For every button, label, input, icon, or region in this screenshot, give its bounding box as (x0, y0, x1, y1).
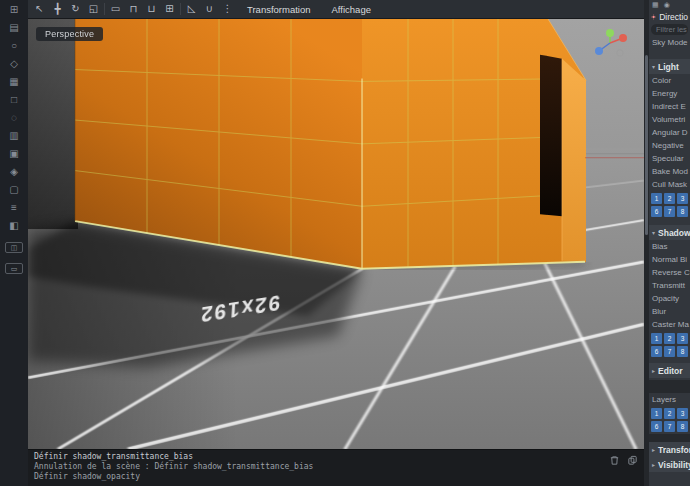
overflow-menu-icon[interactable]: ⋮ (220, 1, 235, 17)
layer-toggle[interactable]: 8 (677, 346, 688, 357)
section-header-editor[interactable]: ▸ Editor (649, 363, 690, 378)
layer-toggle[interactable]: 3 (677, 333, 688, 344)
property-label: Blur (652, 307, 666, 316)
property-label: Transmitt (652, 281, 685, 290)
section-header-visibility[interactable]: ▸ Visibility (649, 457, 690, 472)
property-row: Cull Mask (649, 178, 690, 191)
section-title: Light (658, 62, 679, 72)
node-name-label: Directio (659, 12, 688, 22)
clear-log-icon[interactable] (609, 455, 620, 466)
dock-icon[interactable]: ≡ (6, 202, 22, 214)
move-tool-icon[interactable]: ╋ (50, 1, 65, 17)
unlock-icon[interactable]: ⊔ (144, 1, 159, 17)
property-row: Energy (649, 87, 690, 100)
filter-properties-input[interactable] (656, 25, 688, 34)
inspector-top-icons: ▦ ◉ (649, 0, 690, 10)
layer-toggle[interactable]: 8 (677, 421, 688, 432)
property-row: Color (649, 74, 690, 87)
dock-icon[interactable]: ▤ (6, 22, 22, 34)
orange-building (75, 19, 586, 269)
filter-properties-bar[interactable] (651, 24, 688, 35)
dock-icon[interactable]: ▢ (6, 184, 22, 196)
dock-icon[interactable]: ◇ (6, 58, 22, 70)
property-row: Angular D (649, 126, 690, 139)
lock-icon[interactable]: ⊓ (126, 1, 141, 17)
view-axis-gizmo[interactable] (592, 27, 632, 63)
layer-toggle[interactable]: 2 (664, 193, 675, 204)
chevron-down-icon: ▾ (652, 63, 655, 70)
dock-icon[interactable]: □ (6, 94, 22, 106)
inspector-scrollbar[interactable] (644, 0, 649, 486)
perspective-menu-button[interactable]: Perspective (36, 27, 103, 41)
layout-toggle-icon[interactable]: ▭ (5, 263, 23, 274)
layer-toggle[interactable]: 7 (664, 206, 675, 217)
layout-toggle-icon[interactable]: ◫ (5, 242, 23, 253)
property-row: Volumetri (649, 113, 690, 126)
layer-toggle[interactable]: 8 (677, 206, 688, 217)
layer-toggle[interactable]: 6 (651, 421, 662, 432)
layer-toggle[interactable]: 1 (651, 193, 662, 204)
rotate-tool-icon[interactable]: ↻ (68, 1, 83, 17)
log-line: Annulation de la scène : Définir shadow_… (34, 462, 638, 472)
group-icon[interactable]: ⊞ (162, 1, 177, 17)
pin-icon[interactable]: ◉ (664, 1, 670, 10)
affichage-menu-button[interactable]: Affichage (323, 3, 380, 16)
property-row-layers: Layers (649, 393, 690, 406)
category-band (649, 434, 690, 442)
x-axis-handle[interactable] (619, 34, 627, 42)
property-label: Bake Mod (652, 167, 688, 176)
panel-layout-icon[interactable]: ▦ (652, 1, 659, 10)
z-axis-handle[interactable] (595, 47, 603, 55)
dock-icon[interactable]: ▣ (6, 148, 22, 160)
layer-toggle[interactable]: 7 (664, 421, 675, 432)
layer-toggle[interactable]: 7 (664, 346, 675, 357)
inspector-panel: ▦ ◉ Directio Sky Mode ▾ (649, 0, 690, 486)
3d-viewport[interactable]: 92x192 (28, 19, 644, 449)
layer-toggle[interactable]: 3 (677, 193, 688, 204)
property-label: Angular D (652, 128, 688, 137)
chevron-right-icon: ▸ (652, 446, 655, 453)
layer-toggle[interactable]: 6 (651, 206, 662, 217)
property-label: Sky Mode (652, 38, 688, 47)
property-row: Caster Ma (649, 318, 690, 331)
property-label: Volumetri (652, 115, 685, 124)
property-label: Caster Ma (652, 320, 689, 329)
edited-node-header[interactable]: Directio (649, 10, 690, 23)
section-header-shadow[interactable]: ▾ Shadow (649, 225, 690, 240)
property-row: Bake Mod (649, 165, 690, 178)
layer-toggle[interactable]: 1 (651, 408, 662, 419)
property-row: Reverse C (649, 266, 690, 279)
log-line: Définir shadow_transmittance_bias (34, 452, 638, 462)
copy-log-icon[interactable] (627, 455, 638, 466)
scrollbar-handle[interactable] (645, 55, 648, 235)
layer-toggle[interactable]: 2 (664, 333, 675, 344)
layer-toggle[interactable]: 6 (651, 346, 662, 357)
property-label: Energy (652, 89, 677, 98)
ruler-icon[interactable]: ◺ (184, 1, 199, 17)
layers-grid: 1 2 3 4 6 7 8 9 (649, 406, 690, 434)
select-tool-icon[interactable]: ↖ (32, 1, 47, 17)
dock-icon[interactable]: ⊞ (6, 4, 22, 16)
dock-icon[interactable]: ▥ (6, 130, 22, 142)
dock-icon[interactable]: ◌ (6, 112, 22, 124)
property-label: Reverse C (652, 268, 690, 277)
dock-icon[interactable]: ◈ (6, 166, 22, 178)
layer-toggle[interactable]: 3 (677, 408, 688, 419)
layer-toggle[interactable]: 1 (651, 333, 662, 344)
dock-icon[interactable]: ○ (6, 40, 22, 52)
3d-scene[interactable]: 92x192 (28, 19, 644, 449)
dock-icon[interactable]: ▦ (6, 76, 22, 88)
doorway (540, 55, 562, 216)
snap-icon[interactable]: ∪ (202, 1, 217, 17)
scale-tool-icon[interactable]: ◱ (86, 1, 101, 17)
layer-toggle[interactable]: 2 (664, 408, 675, 419)
y-axis-handle[interactable] (606, 29, 614, 37)
box-select-icon[interactable]: ▭ (108, 1, 123, 17)
transformation-menu-button[interactable]: Transformation (238, 3, 320, 16)
section-header-light[interactable]: ▾ Light (649, 59, 690, 74)
dock-icon[interactable]: ◧ (6, 220, 22, 232)
caster-mask-grid: 1 2 3 4 6 7 8 9 (649, 331, 690, 359)
section-header-transform[interactable]: ▸ Transform (649, 442, 690, 457)
negative-axis-handle[interactable] (617, 50, 623, 56)
property-label: Specular (652, 154, 684, 163)
